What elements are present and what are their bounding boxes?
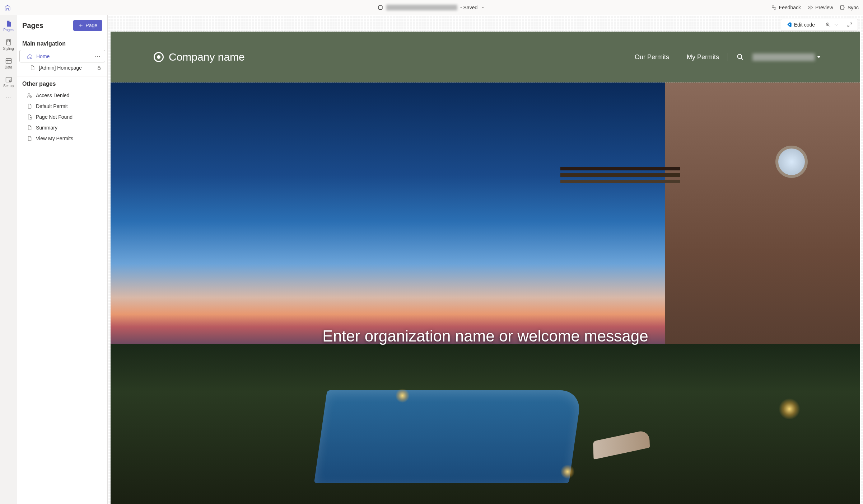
edit-code-button[interactable]: Edit code bbox=[783, 20, 818, 29]
caret-down-icon bbox=[817, 56, 821, 58]
home-icon[interactable] bbox=[4, 4, 11, 11]
lock-icon bbox=[97, 65, 102, 70]
page-item-label: Home bbox=[36, 53, 50, 59]
saved-indicator: - Saved bbox=[460, 5, 477, 10]
rail-styling[interactable]: Styling bbox=[1, 36, 17, 53]
design-canvas[interactable]: Edit code Company name Our Permits bbox=[108, 15, 863, 504]
document-name-redacted: ████████ ██████ ████ bbox=[386, 5, 457, 10]
brand-name: Company name bbox=[169, 51, 245, 63]
page-item-default-permit[interactable]: Default Permit bbox=[19, 101, 105, 112]
svg-rect-5 bbox=[6, 39, 11, 45]
nav-separator bbox=[678, 53, 678, 61]
page-icon bbox=[27, 125, 32, 131]
toolbar-separator bbox=[820, 21, 820, 28]
hero-section[interactable]: Enter organization name or welcome messa… bbox=[111, 83, 860, 504]
page-item-label: Access Denied bbox=[36, 93, 69, 98]
svg-point-10 bbox=[28, 94, 30, 95]
more-icon[interactable]: ⋯ bbox=[95, 53, 101, 60]
search-icon[interactable] bbox=[737, 53, 744, 61]
page-item-label: [Admin] Homepage bbox=[39, 65, 82, 71]
add-page-button[interactable]: Page bbox=[73, 20, 102, 31]
feedback-button[interactable]: Feedback bbox=[771, 5, 801, 10]
rail-data[interactable]: Data bbox=[1, 55, 17, 72]
site-brand[interactable]: Company name bbox=[154, 51, 245, 63]
page-icon bbox=[27, 136, 32, 141]
expand-icon bbox=[847, 22, 853, 28]
page-item-label: View My Permits bbox=[36, 136, 73, 141]
brand-logo-icon bbox=[154, 52, 164, 62]
svg-point-1 bbox=[772, 5, 774, 7]
eye-icon bbox=[807, 5, 813, 10]
svg-rect-0 bbox=[378, 5, 382, 9]
pages-icon bbox=[5, 20, 12, 27]
sync-icon bbox=[840, 5, 845, 10]
page-item-admin-homepage[interactable]: [Admin] Homepage bbox=[19, 62, 105, 73]
page-item-summary[interactable]: Summary bbox=[19, 122, 105, 133]
nav-separator bbox=[728, 53, 728, 61]
page-item-home[interactable]: Home ⋯ bbox=[19, 50, 105, 62]
fullscreen-button[interactable] bbox=[844, 20, 855, 29]
document-title-area[interactable]: ████████ ██████ ████ - Saved bbox=[378, 5, 486, 10]
nav-our-permits[interactable]: Our Permits bbox=[635, 53, 669, 61]
page-item-access-denied[interactable]: Access Denied bbox=[19, 90, 105, 101]
setup-icon bbox=[5, 76, 12, 83]
site-nav: Our Permits My Permits ██████ ██████ bbox=[635, 53, 821, 61]
site-glyph-icon bbox=[378, 5, 383, 10]
svg-rect-4 bbox=[841, 5, 844, 10]
styling-icon bbox=[5, 39, 12, 46]
svg-point-8 bbox=[9, 80, 11, 81]
svg-rect-6 bbox=[6, 58, 11, 63]
zoom-button[interactable] bbox=[822, 20, 842, 29]
app-titlebar: ████████ ██████ ████ - Saved Feedback Pr… bbox=[0, 0, 863, 15]
page-warn-icon bbox=[27, 114, 32, 120]
other-pages-header: Other pages bbox=[17, 76, 107, 90]
pages-panel: Pages Page Main navigation Home ⋯ [Admin… bbox=[17, 15, 108, 504]
canvas-toolbar: Edit code bbox=[781, 19, 858, 31]
pages-panel-title: Pages bbox=[22, 22, 43, 30]
preview-button[interactable]: Preview bbox=[807, 5, 833, 10]
rail-setup[interactable]: Set up bbox=[1, 73, 17, 90]
page-icon bbox=[27, 103, 32, 109]
page-item-label: Summary bbox=[36, 125, 57, 131]
plus-icon bbox=[78, 23, 83, 28]
main-nav-header: Main navigation bbox=[17, 36, 107, 50]
page-item-label: Page Not Found bbox=[36, 114, 73, 120]
person-denied-icon bbox=[27, 93, 32, 98]
data-icon bbox=[5, 57, 12, 65]
svg-rect-7 bbox=[6, 77, 11, 82]
page-item-label: Default Permit bbox=[36, 103, 68, 109]
sync-button[interactable]: Sync bbox=[840, 5, 859, 10]
hero-background-image bbox=[111, 83, 860, 504]
svg-point-14 bbox=[737, 55, 742, 59]
feedback-icon bbox=[771, 5, 777, 10]
zoom-icon bbox=[825, 22, 831, 28]
chevron-down-icon[interactable] bbox=[480, 5, 485, 10]
site-preview-frame: Company name Our Permits My Permits ████… bbox=[111, 32, 860, 504]
svg-point-2 bbox=[774, 8, 776, 9]
vscode-icon bbox=[786, 22, 792, 28]
rail-more[interactable]: ⋯ bbox=[1, 92, 17, 103]
page-item-page-not-found[interactable]: Page Not Found bbox=[19, 112, 105, 122]
page-icon bbox=[29, 65, 35, 71]
nav-user-menu[interactable]: ██████ ██████ bbox=[752, 53, 821, 61]
site-header[interactable]: Company name Our Permits My Permits ████… bbox=[111, 32, 860, 83]
user-name-redacted: ██████ ██████ bbox=[752, 53, 815, 61]
hero-headline[interactable]: Enter organization name or welcome messa… bbox=[111, 327, 860, 345]
home-icon bbox=[27, 53, 33, 59]
left-rail: Pages Styling Data Set up ⋯ bbox=[0, 15, 17, 504]
svg-point-3 bbox=[810, 7, 811, 8]
svg-rect-9 bbox=[98, 67, 101, 69]
page-item-view-my-permits[interactable]: View My Permits bbox=[19, 133, 105, 144]
nav-my-permits[interactable]: My Permits bbox=[687, 53, 719, 61]
rail-pages[interactable]: Pages bbox=[1, 17, 17, 34]
chevron-down-icon bbox=[833, 22, 839, 28]
